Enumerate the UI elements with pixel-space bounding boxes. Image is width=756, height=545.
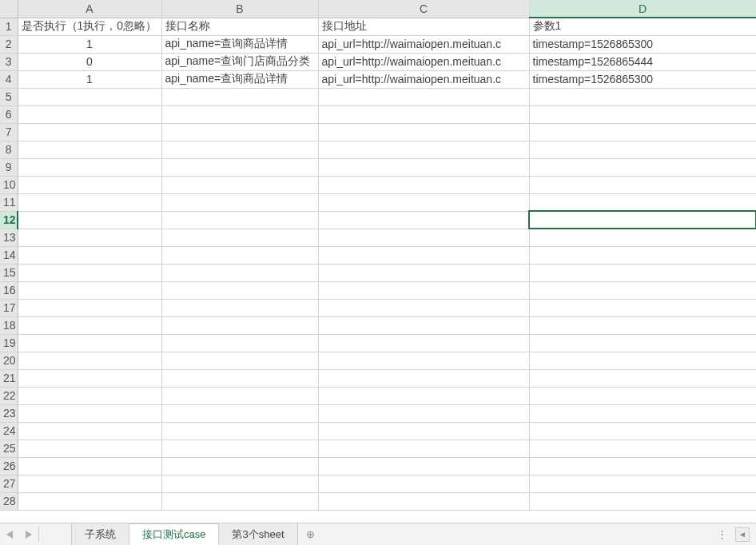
row-header[interactable]: 21 bbox=[0, 369, 18, 387]
sheet-tab[interactable]: 子系统 bbox=[71, 523, 129, 545]
cell-D6[interactable] bbox=[529, 105, 756, 123]
cell-A25[interactable] bbox=[18, 440, 161, 457]
cell-A12[interactable] bbox=[18, 211, 161, 229]
row-header[interactable]: 23 bbox=[0, 404, 18, 422]
cell-D19[interactable] bbox=[529, 334, 756, 352]
row-header[interactable]: 12 bbox=[0, 211, 18, 229]
row-header[interactable]: 8 bbox=[0, 141, 18, 158]
cell-A15[interactable] bbox=[18, 264, 161, 281]
cell-B4[interactable]: api_name=查询商品详情 bbox=[161, 70, 318, 88]
row-header[interactable]: 4 bbox=[0, 70, 18, 88]
cell-A16[interactable] bbox=[18, 281, 161, 299]
cell-C4[interactable]: api_url=http://waimaiopen.meituan.c bbox=[318, 70, 529, 88]
sheet-nav-next[interactable] bbox=[19, 523, 38, 545]
cell-D8[interactable] bbox=[529, 141, 756, 158]
add-sheet-button[interactable]: ⊕ bbox=[298, 523, 324, 545]
cell-A26[interactable] bbox=[18, 457, 161, 475]
cell-A27[interactable] bbox=[18, 475, 161, 492]
cell-D13[interactable] bbox=[529, 229, 756, 246]
cell-A6[interactable] bbox=[18, 105, 161, 123]
cell-C26[interactable] bbox=[318, 457, 529, 475]
cell-D25[interactable] bbox=[529, 440, 756, 457]
cell-A2[interactable]: 1 bbox=[18, 35, 161, 53]
cell-C28[interactable] bbox=[318, 492, 529, 510]
column-header-B[interactable]: B bbox=[161, 0, 318, 18]
cell-B28[interactable] bbox=[161, 492, 318, 510]
cell-C12[interactable] bbox=[318, 211, 529, 229]
cell-C19[interactable] bbox=[318, 334, 529, 352]
row-header[interactable]: 20 bbox=[0, 352, 18, 369]
cell-D23[interactable] bbox=[529, 404, 756, 422]
cell-D2[interactable]: timestamp=1526865300 bbox=[529, 35, 756, 53]
cell-A10[interactable] bbox=[18, 176, 161, 193]
cell-A9[interactable] bbox=[18, 158, 161, 176]
cell-B1[interactable]: 接口名称 bbox=[161, 18, 318, 35]
cell-C16[interactable] bbox=[318, 281, 529, 299]
cell-B15[interactable] bbox=[161, 264, 318, 281]
row-header[interactable]: 6 bbox=[0, 105, 18, 123]
cell-B27[interactable] bbox=[161, 475, 318, 492]
cell-C17[interactable] bbox=[318, 299, 529, 316]
row-header[interactable]: 24 bbox=[0, 422, 18, 440]
cell-D7[interactable] bbox=[529, 123, 756, 141]
row-header[interactable]: 28 bbox=[0, 492, 18, 510]
cell-D17[interactable] bbox=[529, 299, 756, 316]
cell-D1[interactable]: 参数1 bbox=[529, 18, 756, 35]
row-header[interactable]: 16 bbox=[0, 281, 18, 299]
cell-C13[interactable] bbox=[318, 229, 529, 246]
row-header[interactable]: 14 bbox=[0, 246, 18, 264]
cell-B13[interactable] bbox=[161, 229, 318, 246]
cell-C8[interactable] bbox=[318, 141, 529, 158]
cell-C23[interactable] bbox=[318, 404, 529, 422]
cell-C24[interactable] bbox=[318, 422, 529, 440]
cell-C15[interactable] bbox=[318, 264, 529, 281]
cell-C11[interactable] bbox=[318, 193, 529, 211]
cell-C1[interactable]: 接口地址 bbox=[318, 18, 529, 35]
cell-C21[interactable] bbox=[318, 369, 529, 387]
row-header[interactable]: 9 bbox=[0, 158, 18, 176]
row-header[interactable]: 13 bbox=[0, 229, 18, 246]
row-header[interactable]: 27 bbox=[0, 475, 18, 492]
cell-B12[interactable] bbox=[161, 211, 318, 229]
cell-C2[interactable]: api_url=http://waimaiopen.meituan.c bbox=[318, 35, 529, 53]
column-header-D[interactable]: D bbox=[529, 0, 756, 18]
cell-B14[interactable] bbox=[161, 246, 318, 264]
cell-C20[interactable] bbox=[318, 352, 529, 369]
cell-B18[interactable] bbox=[161, 316, 318, 334]
cell-B26[interactable] bbox=[161, 457, 318, 475]
cell-C22[interactable] bbox=[318, 387, 529, 404]
cell-B9[interactable] bbox=[161, 158, 318, 176]
cell-B21[interactable] bbox=[161, 369, 318, 387]
hscroll-left-button[interactable]: ◄ bbox=[735, 527, 750, 542]
cell-B10[interactable] bbox=[161, 176, 318, 193]
cell-A21[interactable] bbox=[18, 369, 161, 387]
cell-D5[interactable] bbox=[529, 88, 756, 105]
cell-D21[interactable] bbox=[529, 369, 756, 387]
row-header[interactable]: 26 bbox=[0, 457, 18, 475]
cell-D11[interactable] bbox=[529, 193, 756, 211]
cell-B7[interactable] bbox=[161, 123, 318, 141]
cell-D18[interactable] bbox=[529, 316, 756, 334]
cell-D26[interactable] bbox=[529, 457, 756, 475]
cell-B17[interactable] bbox=[161, 299, 318, 316]
cell-C25[interactable] bbox=[318, 440, 529, 457]
row-header[interactable]: 25 bbox=[0, 440, 18, 457]
cell-B25[interactable] bbox=[161, 440, 318, 457]
cell-A1[interactable]: 是否执行（1执行，0忽略） bbox=[18, 18, 161, 35]
cell-B20[interactable] bbox=[161, 352, 318, 369]
cell-D4[interactable]: timestamp=1526865300 bbox=[529, 70, 756, 88]
column-header-A[interactable]: A bbox=[18, 0, 161, 18]
cell-C5[interactable] bbox=[318, 88, 529, 105]
cell-D28[interactable] bbox=[529, 492, 756, 510]
cell-B24[interactable] bbox=[161, 422, 318, 440]
cell-B19[interactable] bbox=[161, 334, 318, 352]
row-header[interactable]: 5 bbox=[0, 88, 18, 105]
cell-A7[interactable] bbox=[18, 123, 161, 141]
select-all-corner[interactable] bbox=[0, 0, 18, 18]
cell-A17[interactable] bbox=[18, 299, 161, 316]
sheet-tab[interactable]: 第3个sheet bbox=[219, 523, 297, 545]
cell-C3[interactable]: api_url=http://waimaiopen.meituan.c bbox=[318, 53, 529, 70]
row-header[interactable]: 1 bbox=[0, 18, 18, 35]
cell-B5[interactable] bbox=[161, 88, 318, 105]
cell-A18[interactable] bbox=[18, 316, 161, 334]
